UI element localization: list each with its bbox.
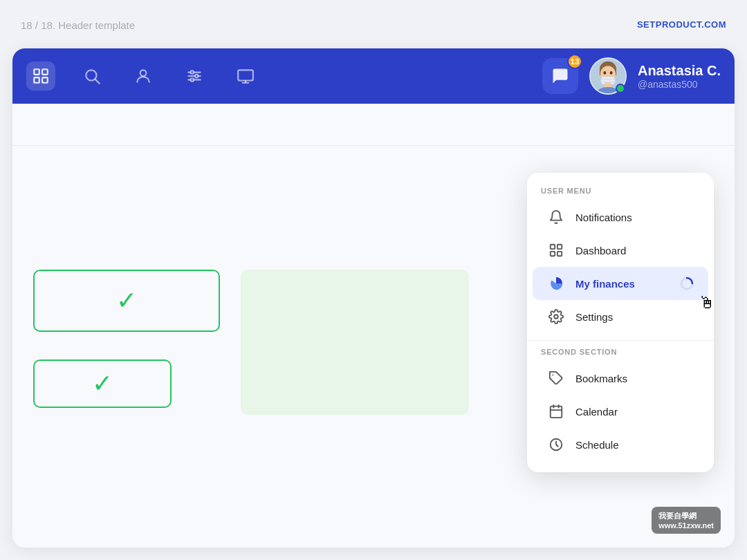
svg-rect-1 — [42, 69, 48, 75]
page-label: 18 / 18. Header template — [21, 19, 135, 31]
svg-rect-0 — [34, 69, 39, 75]
svg-rect-27 — [551, 245, 555, 249]
svg-rect-34 — [551, 407, 562, 418]
svg-point-11 — [195, 75, 198, 77]
check-box-1: ✓ — [33, 270, 220, 332]
svg-point-10 — [191, 71, 194, 73]
section1-label: USER MENU — [527, 187, 714, 200]
menu-item-bookmarks[interactable]: Bookmarks — [533, 362, 708, 395]
svg-rect-2 — [34, 77, 39, 83]
checkmark-1: ✓ — [116, 286, 137, 315]
menu-divider — [527, 340, 714, 341]
gear-icon — [546, 307, 566, 326]
cursor-arrow: 🖱 — [699, 293, 715, 312]
header-right: 13 — [542, 57, 721, 95]
watermark-line2: www.51zxw.net — [658, 521, 714, 530]
notifications-label: Notifications — [575, 212, 632, 223]
svg-rect-29 — [551, 252, 555, 256]
watermark-line1: 我要自學網 — [658, 511, 714, 521]
svg-rect-3 — [42, 77, 48, 83]
user-name: Anastasia C. — [638, 62, 721, 79]
section2-label: SECOND SECTION — [527, 348, 714, 362]
settings-label: Settings — [575, 311, 613, 323]
header-bar: 13 — [12, 48, 735, 104]
my-finances-label: My finances — [575, 278, 635, 290]
svg-rect-25 — [605, 82, 611, 87]
content-area: ✓ ✓ USER MENU Notifications — [12, 104, 735, 548]
svg-point-20 — [603, 71, 606, 75]
menu-item-dashboard[interactable]: Dashboard — [533, 234, 708, 267]
green-bg-area — [241, 270, 469, 415]
dashboard-label: Dashboard — [575, 245, 626, 256]
nav-icon-filter[interactable] — [180, 62, 209, 91]
chat-badge: 13 — [567, 54, 582, 69]
svg-point-6 — [140, 70, 147, 76]
menu-item-schedule[interactable]: Schedule — [533, 428, 708, 461]
menu-item-settings[interactable]: Settings — [533, 300, 708, 333]
bookmark-icon — [546, 368, 566, 388]
svg-point-12 — [191, 78, 194, 81]
bell-icon — [546, 207, 566, 227]
menu-item-my-finances[interactable]: My finances 🖱 — [533, 267, 708, 300]
online-indicator — [616, 84, 625, 93]
loading-spinner — [679, 276, 694, 291]
watermark: 我要自學網 www.51zxw.net — [652, 507, 721, 534]
checkmark-2: ✓ — [92, 369, 113, 398]
chat-button-wrap[interactable]: 13 — [542, 58, 578, 94]
nav-icon-user[interactable] — [129, 62, 158, 91]
content-divider — [12, 145, 735, 146]
svg-line-5 — [95, 80, 100, 84]
bookmarks-label: Bookmarks — [575, 373, 627, 384]
clock-icon — [546, 435, 566, 454]
schedule-label: Schedule — [575, 439, 619, 451]
main-card: 13 — [12, 48, 735, 548]
dashboard-icon — [546, 241, 566, 260]
svg-point-32 — [554, 315, 558, 319]
calendar-icon — [546, 402, 566, 421]
menu-item-calendar[interactable]: Calendar — [533, 395, 708, 428]
calendar-label: Calendar — [575, 406, 618, 418]
avatar-wrap[interactable] — [589, 57, 627, 95]
user-handle: @anastas500 — [638, 79, 721, 90]
menu-item-notifications[interactable]: Notifications — [533, 200, 708, 234]
brand-label: SETPRODUCT.COM — [637, 19, 726, 30]
svg-rect-30 — [557, 252, 562, 256]
svg-rect-28 — [557, 245, 562, 249]
pie-chart-icon — [546, 274, 566, 293]
user-info: Anastasia C. @anastas500 — [638, 62, 721, 90]
dropdown-menu: USER MENU Notifications — [527, 173, 714, 472]
check-box-2: ✓ — [33, 360, 172, 408]
svg-point-21 — [610, 71, 613, 75]
nav-icon-grid[interactable] — [26, 62, 55, 91]
nav-icons — [26, 62, 542, 91]
nav-icon-search[interactable] — [77, 62, 107, 91]
nav-icon-monitor[interactable] — [231, 62, 260, 91]
svg-rect-13 — [238, 70, 253, 80]
